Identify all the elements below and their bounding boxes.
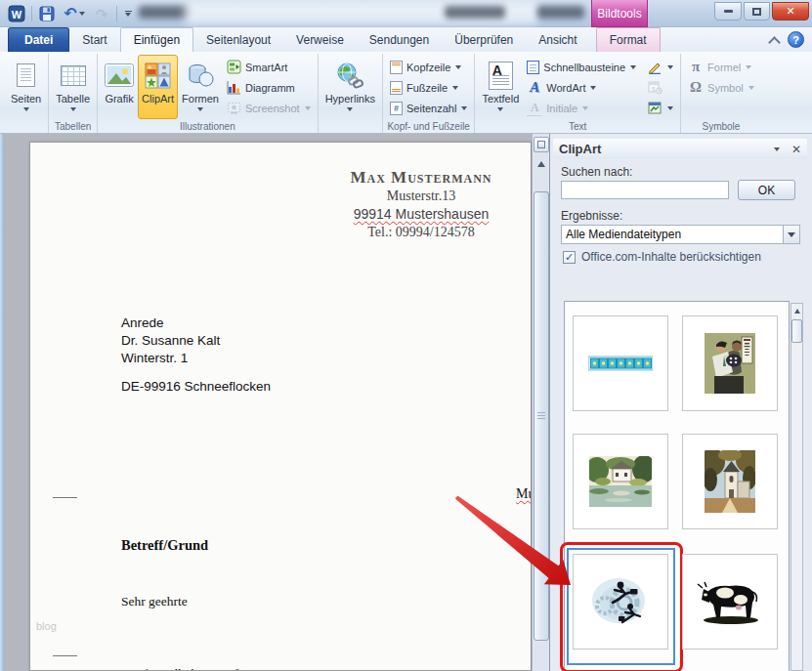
document-scrollbar[interactable] <box>532 134 549 671</box>
help-icon: ? <box>792 34 799 46</box>
close-button[interactable]: ✕ <box>772 2 809 21</box>
letterhead: Max Mustermann Musterstr.13 99914 Muster… <box>265 168 532 241</box>
tab-datei[interactable]: Datei <box>8 27 69 52</box>
document-page[interactable]: Max Mustermann Musterstr.13 99914 Muster… <box>29 142 532 671</box>
results-scrollbar[interactable] <box>791 303 803 671</box>
closing-line: Mit freundlichen Grüßen <box>121 666 253 671</box>
ok-button[interactable]: OK <box>738 180 795 200</box>
watermark: blog <box>36 620 57 632</box>
redacted-title-text <box>139 6 190 19</box>
letterhead-phone: Tel.: 09994/124578 <box>265 224 532 241</box>
media-type-select[interactable]: Alle Mediendateitypen <box>561 225 800 244</box>
window-left-border <box>0 134 4 671</box>
date-time-icon: 5 <box>648 81 662 95</box>
window-controls: ✕ <box>714 2 809 21</box>
fusszeile-button[interactable]: Fußzeile <box>386 77 471 98</box>
tab-ansicht[interactable]: Ansicht <box>526 27 589 52</box>
cow-engraving-thumb <box>694 578 766 625</box>
pane-header[interactable]: ClipArt ✕ <box>553 139 807 159</box>
clipart-result-filmstrip-border[interactable] <box>573 315 668 411</box>
minimize-icon <box>724 10 733 13</box>
ribbon: Seiten Tabelle Tabellen Grafik <box>0 52 812 134</box>
titlebar: W ↶ ↷ Bildtools ✕ <box>0 0 812 27</box>
pane-title: ClipArt <box>559 142 774 156</box>
fold-mark <box>53 497 77 498</box>
office-content-checkbox[interactable]: ✓ <box>563 251 576 264</box>
page-number-icon: # <box>390 102 403 115</box>
redacted-title-text <box>445 6 505 19</box>
schnellbausteine-button[interactable]: Schnellbausteine <box>523 57 640 77</box>
clipart-result-teamwork-gears[interactable] <box>573 554 668 650</box>
qat-separator <box>116 6 117 21</box>
initiale-button-disabled: A Initiale <box>523 98 640 118</box>
letterhead-street: Musterstr.13 <box>265 188 532 205</box>
select-dropdown-button[interactable] <box>783 226 799 243</box>
clipart-icon <box>145 63 171 89</box>
hyperlinks-button[interactable]: Hyperlinks <box>321 55 379 119</box>
seitenzahl-button[interactable]: # Seitenzahl <box>386 98 471 118</box>
search-input[interactable] <box>561 181 729 199</box>
qat-customize-button[interactable] <box>121 3 135 24</box>
chart-icon <box>227 80 241 95</box>
formel-button-disabled: π Formel <box>684 57 758 77</box>
tab-ueberpruefen[interactable]: Überprüfen <box>442 27 526 52</box>
ribbon-collapse-button[interactable] <box>768 35 782 44</box>
save-button[interactable] <box>36 3 58 24</box>
wordart-button[interactable]: A WordArt <box>523 77 640 98</box>
tab-verweise[interactable]: Verweise <box>283 27 357 52</box>
kopfzeile-button[interactable]: Kopfzeile <box>386 57 471 77</box>
maximize-button[interactable] <box>744 2 770 21</box>
ribbon-group-symbole: π Formel Ω Symbol Symbole <box>681 54 761 133</box>
scroll-up-button[interactable] <box>534 156 549 172</box>
smartart-button[interactable]: SmartArt <box>223 57 315 77</box>
teamwork-gears-thumb <box>590 573 651 630</box>
tab-sendungen[interactable]: Sendungen <box>357 27 442 52</box>
arrow-up-icon <box>537 161 545 167</box>
split-view-button[interactable] <box>534 137 549 152</box>
tab-format[interactable]: Format <box>596 27 661 52</box>
textbox-icon: A <box>489 62 513 90</box>
pane-close-icon[interactable]: ✕ <box>791 143 801 156</box>
word-window: W ↶ ↷ Bildtools ✕ <box>0 0 812 671</box>
scrollbar-thumb[interactable] <box>534 191 549 641</box>
recipient-line: Dr. Susanne Kalt <box>121 332 271 350</box>
textfeld-button[interactable]: A Textfeld <box>478 55 523 119</box>
clipart-results-list <box>564 301 790 671</box>
close-icon: ✕ <box>786 5 794 18</box>
clipart-result-cow[interactable] <box>682 554 778 650</box>
table-icon <box>61 65 86 86</box>
pages-icon <box>17 63 35 87</box>
ribbon-group-kopf-fusszeile: Kopfzeile Fußzeile # Seitenzahl Kopf- un… <box>383 54 475 133</box>
results-scroll-up[interactable] <box>791 305 802 317</box>
redo-button-disabled: ↷ <box>91 3 112 24</box>
seiten-button[interactable]: Seiten <box>7 55 45 119</box>
grafik-button[interactable]: Grafik <box>101 55 138 119</box>
undo-button[interactable]: ↶ <box>61 3 88 24</box>
recipient-line: DE-99916 Schneeflocken <box>121 378 271 396</box>
arrow-up-icon <box>794 309 800 314</box>
clipart-result-lake-house[interactable] <box>573 434 668 529</box>
word-logo-icon[interactable]: W <box>6 3 27 24</box>
salutation: Sehr geehrte <box>121 594 188 609</box>
office-content-option[interactable]: ✓ Office.com-Inhalte berücksichtigen <box>563 250 761 264</box>
clipart-button[interactable]: ClipArt <box>138 55 178 119</box>
pane-menu-icon[interactable] <box>774 147 780 151</box>
tab-start[interactable]: Start <box>69 27 119 52</box>
church-thumb <box>705 450 755 513</box>
ribbon-group-links: Hyperlinks <box>319 54 383 133</box>
screenshot-button-disabled: Screenshot <box>223 98 315 118</box>
diagramm-button[interactable]: Diagramm <box>223 77 315 98</box>
results-scroll-thumb[interactable] <box>791 319 802 343</box>
clipart-result-church[interactable] <box>682 434 778 529</box>
signature-line-button[interactable] <box>644 57 677 77</box>
clipart-result-optician[interactable] <box>682 315 778 411</box>
formen-button[interactable]: Formen <box>178 55 223 119</box>
help-button[interactable]: ? <box>788 31 804 48</box>
tabelle-button[interactable]: Tabelle <box>52 55 94 119</box>
undo-dropdown-arrow <box>79 12 85 16</box>
minimize-button[interactable] <box>714 2 742 21</box>
object-button[interactable] <box>644 98 677 118</box>
tab-einfuegen[interactable]: Einfügen <box>120 27 193 52</box>
letterhead-name: Max Mustermann <box>265 168 532 188</box>
tab-seitenlayout[interactable]: Seitenlayout <box>193 27 283 52</box>
